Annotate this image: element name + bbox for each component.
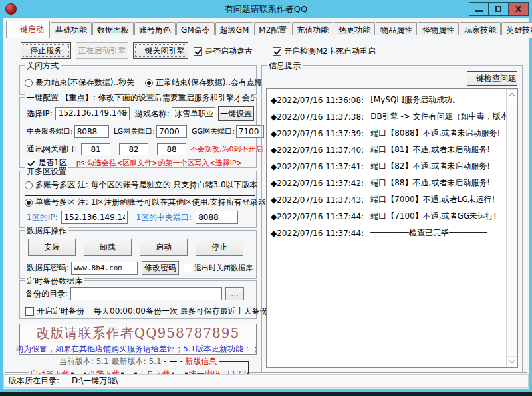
force-close-radio[interactable] [25,79,33,87]
close-button[interactable]: X [509,2,529,16]
contact-banner: 改版请联系作者QQ958787895 均为假冒，如果在其他店铺购买服务请给差评；… [19,324,257,355]
marquee-text: 均为假冒，如果在其他店铺购买服务请给差评；5.1版本更新功能：；1、修复 [15,342,256,354]
log-line: ◆2022/07/16 11:37:44:────────检查已完毕──────… [267,225,517,241]
log-line: ◆2022/07/16 11:37:44:端口【7100】不通,或者GG未运行! [267,208,517,225]
browse-button[interactable]: ... [225,287,244,300]
scroll-down-icon[interactable] [507,356,517,367]
db-stop-button[interactable]: 停止 [196,239,243,256]
m2-checkbox-label: 开启检测M2卡死自动重启 [284,46,376,57]
status-bar: 版本所在目录: D:\一键万能\ [3,374,529,388]
contact-banner-text: 改版请联系作者QQ958787895 [20,324,256,342]
log-output[interactable]: ◆2022/07/16 11:36:08:[MySQL]服务启动成功。 ◆202… [266,88,518,368]
window-title: 有问题请联系作者QQ [0,3,532,15]
pangu-checkbox-label: 是否启动盘古 [205,46,253,57]
gg-port-input[interactable] [236,125,264,138]
db-uninstall-button[interactable]: 卸载 [84,239,132,256]
game-name-label: 游戏名称: [135,108,170,120]
comm-port-input-1[interactable] [81,143,110,155]
close-mode-group: 关闭方式 暴力结束(不保存数据)..秒关 正常结束(保存数据)..会有点慢 [19,65,257,95]
log-line: ◆2022/07/16 11:37:42:端口【88】不通,或者未启动服务! [267,175,517,191]
minimize-icon [475,10,483,12]
single-account-label: 单账号多区 注: 1区注册的账号可以在其他区使用,支持所有登录器 [35,197,266,208]
zone1-note: ps:勾选会往<区服文件>的第一个区写入<选择IP> [76,158,243,168]
m2-restart-checkbox[interactable] [273,47,281,56]
log-line: ◆2022/07/16 11:37:38:DB引擎 -> 文件有问题（如中毒，版… [267,108,517,125]
db-password-input[interactable] [71,262,138,275]
game-name-input[interactable] [172,107,215,120]
log-line: ◆2022/07/16 11:37:39:端口【8088】不通,或者未启动服务! [267,125,517,142]
config-group-title: 一键配置 【重点】: 修改下面的设置后需要重启服务和引擎才会生效 [25,92,254,104]
status-dir-value: D:\一键万能\ [72,375,118,387]
pangu-checkbox-row: 是否启动盘古 [194,46,253,57]
db-password-label: 数据库密码: [27,262,69,274]
lg-port-label: LG网关端口: [114,126,155,136]
comm-port-input-2[interactable] [119,143,148,155]
log-scrollbar[interactable] [506,89,517,367]
info-panel-title: 信息提示 [267,60,303,72]
tab-page-quick-start: 停止服务 正在启动引擎 一键关闭引擎 是否启动盘古 开启检测M2卡死自动重启 关… [5,35,527,373]
log-line: ◆2022/07/16 11:36:08:[MySQL]服务启动成功。 [267,92,517,108]
backup-group: 定时备份数据库 备份的目录: ... 开启定时备份 每天00:00:00备份一次… [19,280,257,319]
check-problems-button[interactable]: 一键检查问题 [467,71,517,86]
close-engine-button[interactable]: 一键关闭引擎 [133,42,188,59]
multi-account-radio[interactable] [25,181,33,189]
backup-title: 定时备份数据库 [25,276,84,287]
log-line: ◆2022/07/16 11:37:40:端口【81】不通,或者未启动服务! [267,142,517,158]
minimize-button[interactable] [469,2,489,16]
starting-engine-button: 正在启动引擎 [76,42,128,59]
new-info-link[interactable]: 新版信息 [182,357,219,366]
info-panel-group: 信息提示 一键检查问题 ◆2022/07/16 11:36:08:[MySQL]… [261,65,523,373]
client-area: 一键启动 基础功能 数据面板 账号角色 GM命令 超级GM M2配置 充值功能 … [3,18,529,389]
zone1-ip-label: 1区的IP: [27,212,57,223]
tab-quick-start[interactable]: 一键启动 [6,21,50,38]
db-start-button[interactable]: 启动 [140,239,188,256]
log-line: ◆2022/07/16 11:37:41:端口【82】不通,或者未启动服务! [267,158,517,175]
enable-backup-checkbox[interactable] [25,307,34,316]
close-db-on-exit-checkbox[interactable] [184,264,192,272]
ip-select[interactable]: 152.136.149.148 [55,107,130,120]
normal-close-radio[interactable] [145,79,153,87]
multi-account-label: 多账号多区 注: 每个区的账号是独立的 只支持白猪3.0以下版本 [35,179,258,191]
comm-port-input-3[interactable] [157,143,186,155]
force-close-label: 暴力结束(不保存数据)..秒关 [35,77,134,88]
database-group: 数据库操作 安装 卸载 启动 停止 数据库密码: 修改密码 退出时关闭数据库 [19,230,257,279]
zone1-central-port-input[interactable] [196,211,238,224]
backup-dir-input[interactable] [70,287,222,300]
maximize-button[interactable] [489,2,509,16]
ip-select-label: 选择IP: [27,108,53,120]
zone1-ip-input[interactable] [61,211,128,224]
close-mode-title: 关闭方式 [25,60,61,72]
stop-service-button[interactable]: 停止服务 [21,42,71,59]
title-bar: 有问题请联系作者QQ X [0,0,532,18]
scroll-up-icon[interactable] [507,89,517,100]
backup-note: 每天00:00:00备份一次 最多可保存最近十天备份 [94,306,268,317]
normal-close-label: 正常结束(保存数据)..会有点慢 [156,77,263,88]
close-db-on-exit-label: 退出时关闭数据库 [194,263,253,273]
comm-port-note: 不会别改,为0则不开启 [190,144,263,154]
single-account-radio[interactable] [25,199,33,207]
backup-dir-label: 备份的目录: [25,288,68,300]
change-password-button[interactable]: 修改密码 [142,261,179,275]
pangu-checkbox[interactable] [194,47,202,56]
desktop: 有问题请联系作者QQ X 一键启动 基础功能 数据面板 账号角色 GM命令 超级… [0,0,532,396]
comm-port-label: 通讯网关端口: [27,144,77,155]
log-line: ◆2022/07/16 11:37:43:端口【7000】不通,或者LG未运行! [267,191,517,208]
gg-port-label: GG网关端口: [192,126,235,136]
central-port-label: 中央服务端口: [27,126,73,136]
version-text: 当前版本: 5.1 最新版本: 5.1 [57,357,164,366]
one-key-setup-button[interactable]: 一键设置 [218,106,254,121]
config-group: 一键配置 【重点】: 修改下面的设置后需要重启服务和引擎才会生效 选择IP: 1… [19,97,257,168]
m2-checkbox-row: 开启检测M2卡死自动重启 [273,46,376,57]
zone1-port-label: 1区的中央端口: [136,212,192,223]
enable-backup-label: 开启定时备份 [37,306,84,317]
maximize-icon [495,6,501,12]
status-separator [66,375,66,387]
app-window: 有问题请联系作者QQ X 一键启动 基础功能 数据面板 账号角色 GM命令 超级… [0,0,532,392]
database-title: 数据库操作 [25,225,68,237]
lg-port-input[interactable] [156,125,187,138]
version-area: 当前版本: 5.1 最新版本: 5.1 — 新版信息 启动器下载 — 引擎下载 … [19,358,257,375]
status-dir-label: 版本所在目录: [9,375,59,387]
multi-zone-group: 开多区设置 多账号多区 注: 每个区的账号是独立的 只支持白猪3.0以下版本 单… [19,171,257,228]
central-port-input[interactable] [74,125,109,138]
db-install-button[interactable]: 安装 [28,239,76,256]
